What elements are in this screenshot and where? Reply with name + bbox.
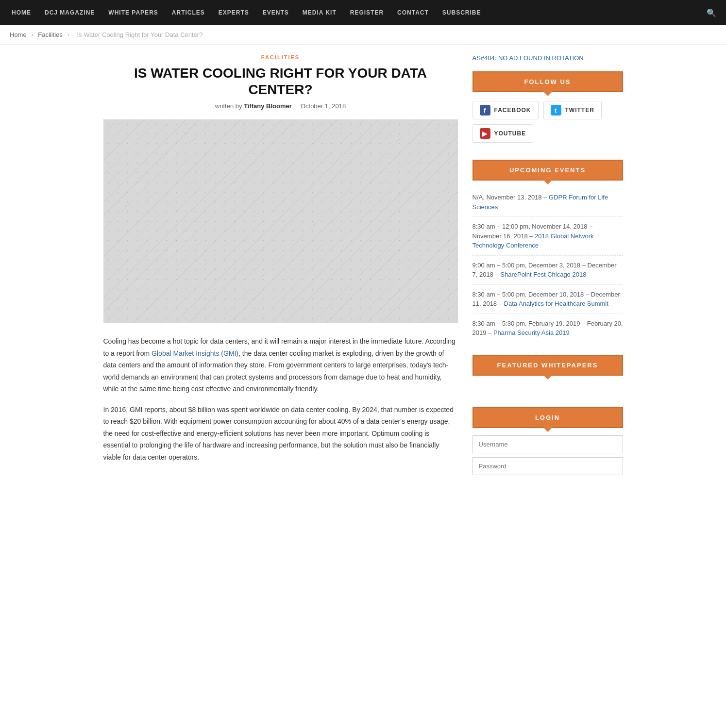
breadcrumb-facilities[interactable]: Facilities xyxy=(38,31,63,38)
event-datetime-1: N/A, November 13, 2018 – xyxy=(473,194,549,201)
nav-media-kit[interactable]: MEDIA KIT xyxy=(296,0,343,25)
main-content: FACILITIES IS WATER COOLING RIGHT FOR YO… xyxy=(103,54,458,491)
facebook-button[interactable]: f FACEBOOK xyxy=(473,101,539,119)
login-header: LOGIN xyxy=(473,407,623,428)
breadcrumb-current: Is Water Cooling Right for Your Data Cen… xyxy=(77,31,203,38)
twitter-icon: t xyxy=(551,105,561,116)
article-date: October 1, 2018 xyxy=(301,102,346,110)
twitter-button[interactable]: t TWITTER xyxy=(543,101,602,119)
facebook-label: FACEBOOK xyxy=(494,107,531,114)
list-item: 8:30 am – 12:00 pm, November 14, 2018 – … xyxy=(473,217,623,256)
event-link-3[interactable]: SharePoint Fest Chicago 2018 xyxy=(500,271,586,278)
article-meta: written by Tiffany Bloomer October 1, 20… xyxy=(103,102,458,110)
article-category: FACILITIES xyxy=(103,54,458,60)
youtube-icon: ▶ xyxy=(480,128,490,139)
search-icon[interactable]: 🔍 xyxy=(702,8,721,17)
login-section: LOGIN xyxy=(473,407,623,479)
events-list: N/A, November 13, 2018 – GDPR Forum for … xyxy=(473,181,623,343)
twitter-label: TWITTER xyxy=(565,107,594,114)
follow-grid: f FACEBOOK t TWITTER ▶ YOUTUBE xyxy=(473,92,623,148)
article-author: Tiffany Bloomer xyxy=(244,102,292,110)
written-by-label: written by xyxy=(215,102,242,110)
event-link-5[interactable]: Pharma Security Asia 2019 xyxy=(493,329,570,336)
upcoming-events-section: UPCOMING EVENTS N/A, November 13, 2018 –… xyxy=(473,160,623,343)
event-link-4[interactable]: Data Analytics for Healthcare Summit xyxy=(504,300,608,307)
breadcrumb-home[interactable]: Home xyxy=(10,31,27,38)
sidebar: AS#404: NO AD FOUND IN ROTATION FOLLOW U… xyxy=(473,54,623,491)
ad-note: AS#404: NO AD FOUND IN ROTATION xyxy=(473,54,623,62)
nav-dcj-magazine[interactable]: DCJ MAGAZINE xyxy=(38,0,101,25)
nav-experts[interactable]: EXPERTS xyxy=(212,0,256,25)
follow-us-section: FOLLOW US f FACEBOOK t TWITTER ▶ YOUTUBE xyxy=(473,71,623,148)
article-paragraph-2: In 2016, GMI reports, about $8 billion w… xyxy=(103,404,458,463)
article-paragraph-1: Cooling has become a hot topic for data … xyxy=(103,335,458,395)
youtube-label: YOUTUBE xyxy=(494,130,526,137)
gmi-link[interactable]: Global Market Insights (GMI) xyxy=(152,349,238,357)
list-item: N/A, November 13, 2018 – GDPR Forum for … xyxy=(473,188,623,217)
nav-events[interactable]: EVENTS xyxy=(256,0,296,25)
featured-whitepapers-section: FEATURED WHITEPAPERS xyxy=(473,355,623,395)
youtube-button[interactable]: ▶ YOUTUBE xyxy=(473,124,534,143)
breadcrumb-sep2: › xyxy=(67,31,69,38)
nav-home[interactable]: HOME xyxy=(5,0,38,25)
nav-white-papers[interactable]: WHITE PAPERS xyxy=(101,0,165,25)
article-image xyxy=(103,119,458,323)
featured-whitepapers-header: FEATURED WHITEPAPERS xyxy=(473,355,623,376)
breadcrumb: Home › Facilities › Is Water Cooling Rig… xyxy=(0,25,726,45)
nav-register[interactable]: REGISTER xyxy=(343,0,390,25)
upcoming-events-header: UPCOMING EVENTS xyxy=(473,160,623,181)
article-title: IS WATER COOLING RIGHT FOR YOUR DATA CEN… xyxy=(103,65,458,98)
list-item: 9:00 am – 5:00 pm, December 3, 2018 – De… xyxy=(473,256,623,285)
login-form xyxy=(473,428,623,479)
facebook-icon: f xyxy=(480,105,490,116)
follow-us-header: FOLLOW US xyxy=(473,71,623,92)
breadcrumb-sep1: › xyxy=(31,31,33,38)
password-input[interactable] xyxy=(473,457,623,475)
nav-contact[interactable]: CONTACT xyxy=(390,0,436,25)
main-nav: HOME DCJ MAGAZINE WHITE PAPERS ARTICLES … xyxy=(0,0,726,25)
article-body: Cooling has become a hot topic for data … xyxy=(103,335,458,463)
username-input[interactable] xyxy=(473,435,623,453)
list-item: 8:30 am – 5:00 pm, December 10, 2018 – D… xyxy=(473,285,623,314)
nav-articles[interactable]: ARTICLES xyxy=(165,0,212,25)
nav-subscribe[interactable]: SUBSCRIBE xyxy=(436,0,488,25)
list-item: 8:30 am – 5:30 pm, February 19, 2019 – F… xyxy=(473,314,623,343)
